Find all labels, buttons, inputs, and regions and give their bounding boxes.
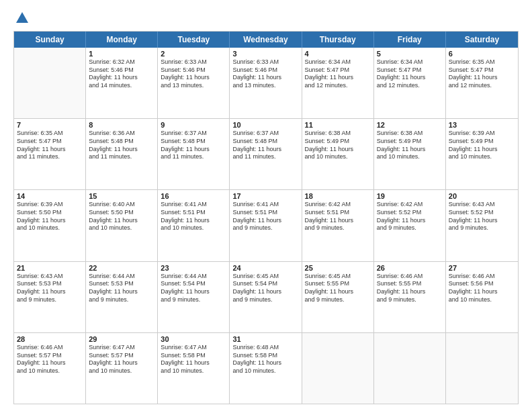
calendar-cell: 17Sunrise: 6:41 AM Sunset: 5:51 PM Dayli… <box>230 190 302 261</box>
day-number: 24 <box>232 264 298 272</box>
day-info: Sunrise: 6:46 AM Sunset: 5:57 PM Dayligh… <box>17 344 83 375</box>
day-info: Sunrise: 6:38 AM Sunset: 5:49 PM Dayligh… <box>377 130 443 161</box>
day-number: 10 <box>232 121 298 129</box>
day-info: Sunrise: 6:44 AM Sunset: 5:53 PM Dayligh… <box>89 273 154 304</box>
day-info: Sunrise: 6:41 AM Sunset: 5:51 PM Dayligh… <box>232 201 298 232</box>
day-number: 30 <box>161 335 226 343</box>
day-info: Sunrise: 6:33 AM Sunset: 5:46 PM Dayligh… <box>161 58 226 90</box>
calendar-body: 1Sunrise: 6:32 AM Sunset: 5:46 PM Daylig… <box>14 48 518 404</box>
calendar-row-4: 28Sunrise: 6:46 AM Sunset: 5:57 PM Dayli… <box>14 333 518 404</box>
day-info: Sunrise: 6:47 AM Sunset: 5:58 PM Dayligh… <box>161 344 226 375</box>
day-info: Sunrise: 6:37 AM Sunset: 5:48 PM Dayligh… <box>232 130 298 161</box>
calendar-cell: 24Sunrise: 6:45 AM Sunset: 5:54 PM Dayli… <box>230 262 302 332</box>
logo-icon <box>15 11 30 26</box>
header-day-friday: Friday <box>374 32 446 48</box>
calendar-cell: 13Sunrise: 6:39 AM Sunset: 5:49 PM Dayli… <box>446 119 518 189</box>
day-info: Sunrise: 6:34 AM Sunset: 5:47 PM Dayligh… <box>305 58 371 90</box>
day-number: 26 <box>377 264 443 272</box>
header-day-thursday: Thursday <box>302 32 374 48</box>
day-info: Sunrise: 6:46 AM Sunset: 5:55 PM Dayligh… <box>377 273 443 304</box>
day-number: 12 <box>377 121 443 129</box>
calendar-cell: 14Sunrise: 6:39 AM Sunset: 5:50 PM Dayli… <box>14 190 86 261</box>
calendar-row-1: 7Sunrise: 6:35 AM Sunset: 5:47 PM Daylig… <box>14 119 518 190</box>
day-number: 1 <box>89 50 154 58</box>
day-number: 2 <box>161 50 226 58</box>
day-info: Sunrise: 6:37 AM Sunset: 5:48 PM Dayligh… <box>161 130 226 161</box>
calendar-cell: 25Sunrise: 6:45 AM Sunset: 5:55 PM Dayli… <box>302 262 374 332</box>
calendar-cell: 29Sunrise: 6:47 AM Sunset: 5:57 PM Dayli… <box>86 333 158 404</box>
calendar-cell: 26Sunrise: 6:46 AM Sunset: 5:55 PM Dayli… <box>374 262 446 332</box>
day-info: Sunrise: 6:38 AM Sunset: 5:49 PM Dayligh… <box>305 130 371 161</box>
calendar-cell: 31Sunrise: 6:48 AM Sunset: 5:58 PM Dayli… <box>230 333 302 404</box>
day-number: 4 <box>305 50 371 58</box>
header-day-saturday: Saturday <box>446 32 518 48</box>
day-number: 8 <box>89 121 154 129</box>
calendar: SundayMondayTuesdayWednesdayThursdayFrid… <box>13 31 519 404</box>
logo-line1 <box>13 12 30 26</box>
calendar-cell: 21Sunrise: 6:43 AM Sunset: 5:53 PM Dayli… <box>14 262 86 332</box>
svg-marker-0 <box>16 12 28 23</box>
header-day-monday: Monday <box>86 32 158 48</box>
calendar-cell: 18Sunrise: 6:42 AM Sunset: 5:51 PM Dayli… <box>302 190 374 261</box>
calendar-cell: 16Sunrise: 6:41 AM Sunset: 5:51 PM Dayli… <box>158 190 230 261</box>
day-number: 16 <box>161 192 226 200</box>
day-number: 19 <box>377 192 443 200</box>
calendar-row-3: 21Sunrise: 6:43 AM Sunset: 5:53 PM Dayli… <box>14 262 518 333</box>
day-info: Sunrise: 6:35 AM Sunset: 5:47 PM Dayligh… <box>449 58 515 90</box>
day-number: 6 <box>449 50 515 58</box>
day-number: 15 <box>89 192 154 200</box>
day-info: Sunrise: 6:43 AM Sunset: 5:52 PM Dayligh… <box>449 201 515 232</box>
day-number: 13 <box>449 121 515 129</box>
day-info: Sunrise: 6:48 AM Sunset: 5:58 PM Dayligh… <box>232 344 298 375</box>
day-info: Sunrise: 6:33 AM Sunset: 5:46 PM Dayligh… <box>232 58 298 90</box>
day-number: 3 <box>232 50 298 58</box>
header-day-sunday: Sunday <box>14 32 86 48</box>
day-number: 28 <box>17 335 83 343</box>
calendar-cell: 15Sunrise: 6:40 AM Sunset: 5:50 PM Dayli… <box>86 190 158 261</box>
calendar-row-0: 1Sunrise: 6:32 AM Sunset: 5:46 PM Daylig… <box>14 48 518 119</box>
calendar-cell: 10Sunrise: 6:37 AM Sunset: 5:48 PM Dayli… <box>230 119 302 189</box>
day-number: 9 <box>161 121 226 129</box>
calendar-cell <box>302 333 374 404</box>
day-info: Sunrise: 6:40 AM Sunset: 5:50 PM Dayligh… <box>89 201 154 232</box>
day-info: Sunrise: 6:39 AM Sunset: 5:49 PM Dayligh… <box>449 130 515 161</box>
calendar-cell <box>446 333 518 404</box>
day-info: Sunrise: 6:34 AM Sunset: 5:47 PM Dayligh… <box>377 58 443 90</box>
day-info: Sunrise: 6:42 AM Sunset: 5:51 PM Dayligh… <box>305 201 371 232</box>
calendar-header: SundayMondayTuesdayWednesdayThursdayFrid… <box>14 32 518 48</box>
calendar-cell <box>14 48 86 118</box>
calendar-cell: 9Sunrise: 6:37 AM Sunset: 5:48 PM Daylig… <box>158 119 230 189</box>
day-number: 31 <box>232 335 298 343</box>
page: SundayMondayTuesdayWednesdayThursdayFrid… <box>0 0 532 411</box>
day-number: 17 <box>232 192 298 200</box>
day-info: Sunrise: 6:39 AM Sunset: 5:50 PM Dayligh… <box>17 201 83 232</box>
day-info: Sunrise: 6:46 AM Sunset: 5:56 PM Dayligh… <box>449 273 515 304</box>
day-info: Sunrise: 6:35 AM Sunset: 5:47 PM Dayligh… <box>17 130 83 161</box>
day-info: Sunrise: 6:45 AM Sunset: 5:55 PM Dayligh… <box>305 273 371 304</box>
day-info: Sunrise: 6:47 AM Sunset: 5:57 PM Dayligh… <box>89 344 154 375</box>
day-number: 29 <box>89 335 154 343</box>
day-number: 5 <box>377 50 443 58</box>
header-day-tuesday: Tuesday <box>158 32 230 48</box>
calendar-cell: 5Sunrise: 6:34 AM Sunset: 5:47 PM Daylig… <box>374 48 446 118</box>
calendar-cell: 27Sunrise: 6:46 AM Sunset: 5:56 PM Dayli… <box>446 262 518 332</box>
calendar-cell: 19Sunrise: 6:42 AM Sunset: 5:52 PM Dayli… <box>374 190 446 261</box>
day-info: Sunrise: 6:44 AM Sunset: 5:54 PM Dayligh… <box>161 273 226 304</box>
day-info: Sunrise: 6:36 AM Sunset: 5:48 PM Dayligh… <box>89 130 154 161</box>
header <box>13 12 519 24</box>
calendar-cell: 4Sunrise: 6:34 AM Sunset: 5:47 PM Daylig… <box>302 48 374 118</box>
day-info: Sunrise: 6:43 AM Sunset: 5:53 PM Dayligh… <box>17 273 83 304</box>
calendar-cell: 22Sunrise: 6:44 AM Sunset: 5:53 PM Dayli… <box>86 262 158 332</box>
day-number: 18 <box>305 192 371 200</box>
calendar-cell: 1Sunrise: 6:32 AM Sunset: 5:46 PM Daylig… <box>86 48 158 118</box>
calendar-cell: 28Sunrise: 6:46 AM Sunset: 5:57 PM Dayli… <box>14 333 86 404</box>
day-number: 27 <box>449 264 515 272</box>
calendar-cell: 30Sunrise: 6:47 AM Sunset: 5:58 PM Dayli… <box>158 333 230 404</box>
header-day-wednesday: Wednesday <box>230 32 302 48</box>
calendar-cell: 3Sunrise: 6:33 AM Sunset: 5:46 PM Daylig… <box>230 48 302 118</box>
day-info: Sunrise: 6:42 AM Sunset: 5:52 PM Dayligh… <box>377 201 443 232</box>
day-number: 20 <box>449 192 515 200</box>
day-number: 7 <box>17 121 83 129</box>
calendar-cell: 20Sunrise: 6:43 AM Sunset: 5:52 PM Dayli… <box>446 190 518 261</box>
day-info: Sunrise: 6:32 AM Sunset: 5:46 PM Dayligh… <box>89 58 154 90</box>
